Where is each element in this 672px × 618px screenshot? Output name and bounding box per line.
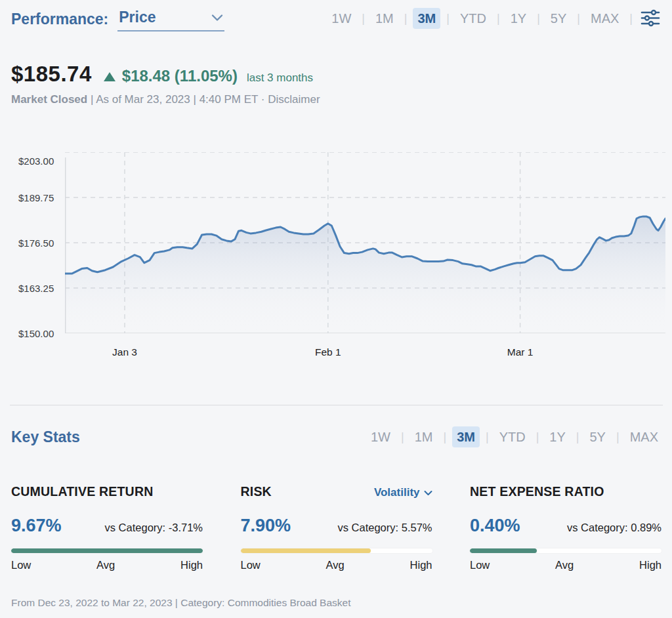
range-separator: | (497, 11, 500, 26)
market-status: Market Closed (11, 93, 87, 106)
range-button-1w[interactable]: 1W (327, 8, 356, 29)
stat-values-row: 0.40%vs Category: 0.89% (470, 516, 662, 536)
y-axis-tick-label: $189.75 (18, 192, 54, 203)
disclaimer-link[interactable]: Disclaimer (268, 93, 320, 106)
stat-scale-labels: LowAvgHigh (241, 559, 432, 571)
scale-label-high: High (410, 559, 432, 571)
chart-x-axis-labels: Jan 3Feb 1Mar 1 (65, 346, 665, 361)
y-axis-tick-label: $203.00 (18, 155, 54, 167)
change-period: last 3 months (247, 72, 313, 85)
y-axis-tick-label: $150.00 (18, 328, 54, 339)
stat-value: 9.67% (11, 516, 62, 536)
section-divider (10, 405, 663, 405)
stat-net-expense-ratio: NET EXPENSE RATIO0.40%vs Category: 0.89%… (470, 484, 662, 571)
range-button-ytd[interactable]: YTD (455, 8, 491, 29)
x-axis-tick-label: Feb 1 (315, 346, 341, 358)
range-button-ytd[interactable]: YTD (495, 426, 530, 447)
key-stats-title: Key Stats (11, 428, 80, 446)
stat-range-fill (241, 548, 371, 553)
range-button-5y[interactable]: 5Y (585, 426, 610, 447)
y-axis-tick-label: $176.50 (18, 237, 54, 249)
range-separator: | (446, 11, 450, 26)
performance-metric-dropdown[interactable]: Price (117, 8, 224, 31)
range-separator: | (401, 430, 404, 444)
stat-scale-labels: LowAvgHigh (470, 559, 662, 571)
stat-title: CUMULATIVE RETURN (11, 484, 153, 499)
performance-title-group: Performance: Price (11, 8, 224, 31)
chevron-down-icon (211, 14, 223, 22)
range-separator: | (537, 11, 540, 26)
scale-label-high: High (639, 559, 662, 571)
x-axis-tick-label: Mar 1 (507, 346, 534, 358)
price-chart[interactable] (65, 152, 665, 333)
as-of-timestamp: | As of Mar 23, 2023 | 4:40 PM ET · (91, 93, 265, 106)
scale-label-avg: Avg (326, 559, 345, 571)
market-status-row: Market Closed | As of Mar 23, 2023 | 4:4… (11, 93, 320, 106)
stat-vs-category: vs Category: 5.57% (338, 522, 432, 534)
range-separator: | (362, 11, 365, 26)
stat-vs-category: vs Category: -3.71% (105, 522, 203, 534)
scale-label-low: Low (11, 559, 31, 571)
key-stats-header: Key Stats 1W|1M|3M|YTD|1Y|5Y|MAX (11, 426, 663, 447)
stat-range-bar (470, 548, 662, 553)
stat-head: CUMULATIVE RETURN (11, 484, 203, 500)
range-button-5y[interactable]: 5Y (546, 8, 571, 29)
stat-title: NET EXPENSE RATIO (470, 484, 604, 499)
period-category-footnote: From Dec 23, 2022 to Mar 22, 2023 | Cate… (11, 597, 351, 609)
price-line-chart-svg (65, 152, 665, 333)
stat-range-fill (470, 548, 537, 553)
range-button-1m[interactable]: 1M (410, 426, 438, 447)
key-stats-grid: CUMULATIVE RETURN9.67%vs Category: -3.71… (11, 484, 662, 571)
range-button-1m[interactable]: 1M (371, 8, 398, 29)
stat-values-row: 7.90%vs Category: 5.57% (241, 516, 432, 536)
key-stats-range-group: 1W|1M|3M|YTD|1Y|5Y|MAX (366, 426, 663, 447)
stat-range-bar (11, 548, 203, 553)
range-button-3m[interactable]: 3M (413, 8, 440, 29)
sliders-icon (640, 9, 661, 27)
range-separator: | (616, 430, 620, 444)
x-axis-tick-label: Jan 3 (112, 346, 137, 358)
stat-head: RISKVolatility (241, 484, 432, 500)
range-button-3m[interactable]: 3M (452, 426, 480, 447)
stat-scale-labels: LowAvgHigh (11, 559, 203, 571)
range-button-max[interactable]: MAX (625, 426, 663, 447)
stat-range-bar (241, 548, 432, 553)
range-button-1y[interactable]: 1Y (545, 426, 570, 447)
y-axis-tick-label: $163.25 (18, 283, 54, 294)
scale-label-avg: Avg (96, 559, 115, 571)
scale-label-low: Low (470, 559, 490, 571)
current-price: $185.74 (11, 62, 92, 87)
price-area-fill (65, 216, 665, 333)
range-separator: | (404, 11, 408, 26)
scale-label-avg: Avg (555, 559, 574, 571)
fund-performance-panel: Performance: Price 1W|1M|3M|YTD|1Y|5Y|MA… (0, 0, 672, 618)
performance-label: Performance: (11, 8, 108, 30)
scale-label-low: Low (241, 559, 261, 571)
performance-metric-value: Price (119, 8, 156, 27)
range-separator: | (577, 11, 580, 26)
stat-risk: RISKVolatility7.90%vs Category: 5.57%Low… (241, 484, 432, 571)
performance-header: Performance: Price 1W|1M|3M|YTD|1Y|5Y|MA… (11, 8, 661, 31)
stat-cumulative-return: CUMULATIVE RETURN9.67%vs Category: -3.71… (11, 484, 203, 571)
chart-range-group: 1W|1M|3M|YTD|1Y|5Y|MAX| (327, 8, 661, 29)
stat-range-fill (11, 548, 203, 553)
range-separator: | (576, 430, 579, 444)
scale-label-high: High (180, 559, 203, 571)
stat-value: 0.40% (470, 516, 520, 536)
chart-y-axis-labels: $203.00$189.75$176.50$163.25$150.00 (18, 152, 62, 333)
range-button-1w[interactable]: 1W (366, 426, 395, 447)
price-change: $18.48 (11.05%) (122, 67, 238, 85)
range-button-1y[interactable]: 1Y (506, 8, 531, 29)
quote-row: $185.74 $18.48 (11.05%) last 3 months (11, 62, 313, 87)
chart-settings-button[interactable] (639, 8, 661, 29)
range-separator: | (486, 430, 489, 444)
range-separator: | (629, 11, 633, 26)
stat-title: RISK (241, 484, 272, 499)
volatility-dropdown[interactable]: Volatility (374, 486, 432, 499)
range-button-max[interactable]: MAX (586, 8, 623, 29)
range-separator: | (536, 430, 539, 444)
volatility-dropdown-value: Volatility (374, 486, 420, 499)
range-separator: | (443, 430, 446, 444)
chevron-down-icon (424, 490, 432, 496)
change-up-triangle-icon (104, 72, 116, 81)
